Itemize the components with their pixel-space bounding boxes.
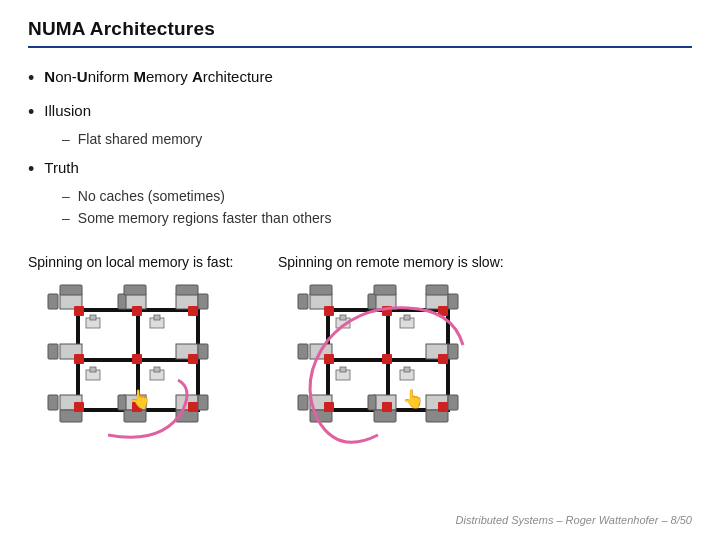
bullet-dot-1: • [28, 66, 34, 91]
svg-rect-8 [124, 285, 146, 295]
svg-rect-59 [368, 395, 376, 410]
svg-rect-30 [188, 354, 198, 364]
bullet-section-illusion: • Illusion – Flat shared memory [28, 100, 692, 151]
svg-rect-13 [48, 395, 58, 410]
sub-bullets-illusion: – Flat shared memory [62, 128, 692, 150]
svg-rect-51 [374, 285, 396, 295]
sub-bullets-truth: – No caches (sometimes) – Some memory re… [62, 185, 692, 230]
diagram-local-img: 👆 [28, 280, 248, 460]
sub-dash-2: – [62, 185, 70, 207]
bullet-section-truth: • Truth – No caches (sometimes) – Some m… [28, 157, 692, 230]
svg-rect-68 [324, 306, 334, 316]
numa-remote-svg: 👆 [278, 280, 498, 460]
diagrams-row: Spinning on local memory is fast: [28, 254, 692, 506]
svg-rect-78 [340, 315, 346, 320]
sub-bullet-regions: – Some memory regions faster than others [62, 207, 692, 229]
svg-rect-10 [198, 294, 208, 309]
svg-rect-28 [74, 354, 84, 364]
svg-rect-80 [404, 315, 410, 320]
svg-rect-5 [60, 285, 82, 295]
svg-rect-48 [310, 285, 332, 295]
diagram-local: Spinning on local memory is fast: [28, 254, 248, 460]
svg-rect-47 [298, 294, 308, 309]
svg-rect-19 [198, 395, 208, 410]
diagram-remote: Spinning on remote memory is slow: [278, 254, 504, 460]
footer-text: Distributed Systems – Roger Wattenhofer … [456, 514, 692, 526]
svg-rect-54 [426, 285, 448, 295]
svg-rect-75 [382, 402, 392, 412]
bullet-main-3: • Truth [28, 157, 692, 182]
svg-rect-7 [118, 294, 126, 309]
svg-rect-76 [438, 402, 448, 412]
svg-rect-56 [298, 395, 308, 410]
bullet-dot-2: • [28, 100, 34, 125]
sub-bullet-text-regions: Some memory regions faster than others [78, 207, 332, 229]
svg-rect-39 [90, 367, 96, 372]
svg-rect-29 [132, 354, 142, 364]
svg-rect-33 [188, 402, 198, 412]
svg-rect-24 [198, 344, 208, 359]
svg-rect-53 [448, 294, 458, 309]
content: • Non-Uniform Memory Architecture • Illu… [28, 66, 692, 506]
diagram-local-label: Spinning on local memory is fast: [28, 254, 233, 270]
svg-rect-65 [298, 344, 308, 359]
sub-bullet-text-flat: Flat shared memory [78, 128, 202, 150]
page: NUMA Architectures • Non-Uniform Memory … [0, 0, 720, 540]
svg-rect-11 [176, 285, 198, 295]
svg-rect-37 [154, 315, 160, 320]
sub-dash-3: – [62, 207, 70, 229]
diagram-remote-img: 👆 [278, 280, 498, 460]
svg-rect-16 [118, 395, 126, 410]
sub-dash-1: – [62, 128, 70, 150]
svg-rect-22 [48, 344, 58, 359]
svg-rect-72 [382, 354, 392, 364]
svg-rect-71 [324, 354, 334, 364]
svg-rect-25 [74, 306, 84, 316]
svg-text:👆: 👆 [402, 388, 425, 410]
svg-rect-73 [438, 354, 448, 364]
svg-rect-67 [448, 344, 458, 359]
bullet-main-1: • Non-Uniform Memory Architecture [28, 66, 692, 91]
bullet-main-2: • Illusion [28, 100, 692, 125]
bullet-section-numa: • Non-Uniform Memory Architecture [28, 66, 692, 94]
svg-rect-62 [448, 395, 458, 410]
svg-rect-82 [340, 367, 346, 372]
svg-rect-41 [154, 367, 160, 372]
footer: Distributed Systems – Roger Wattenhofer … [28, 514, 692, 526]
svg-rect-84 [404, 367, 410, 372]
svg-rect-74 [324, 402, 334, 412]
bullet-text-1: Non-Uniform Memory Architecture [44, 66, 272, 89]
svg-rect-35 [90, 315, 96, 320]
numa-local-svg: 👆 [28, 280, 248, 460]
bullet-text-3: Truth [44, 157, 78, 180]
bullet-text-2: Illusion [44, 100, 91, 123]
svg-rect-27 [188, 306, 198, 316]
svg-rect-31 [74, 402, 84, 412]
bullet-dot-3: • [28, 157, 34, 182]
svg-rect-4 [48, 294, 58, 309]
diagram-remote-label: Spinning on remote memory is slow: [278, 254, 504, 270]
svg-text:👆: 👆 [129, 388, 152, 410]
svg-rect-50 [368, 294, 376, 309]
sub-bullet-flat: – Flat shared memory [62, 128, 692, 150]
sub-bullet-text-nocaches: No caches (sometimes) [78, 185, 225, 207]
page-title: NUMA Architectures [28, 18, 215, 39]
sub-bullet-nocaches: – No caches (sometimes) [62, 185, 692, 207]
header: NUMA Architectures [28, 18, 692, 48]
svg-rect-26 [132, 306, 142, 316]
